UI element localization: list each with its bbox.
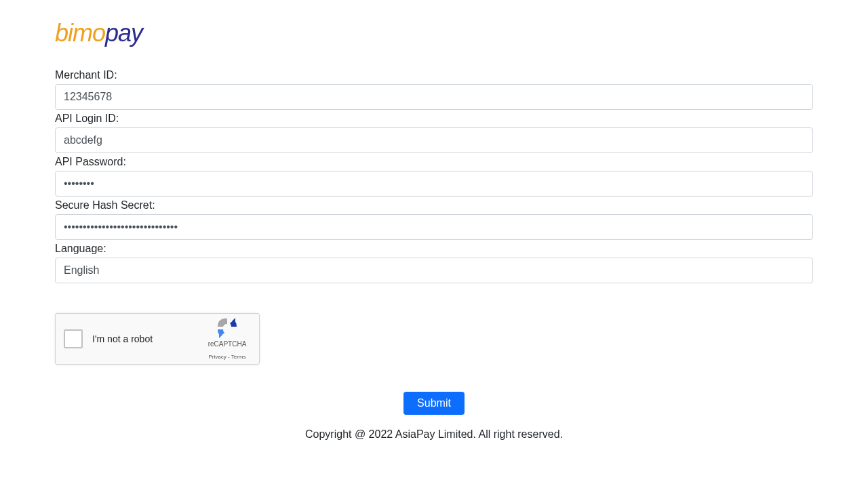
secure-hash-secret-input[interactable]: [55, 214, 813, 240]
recaptcha-icon: [216, 317, 238, 339]
submit-button[interactable]: Submit: [403, 392, 465, 415]
logo-part1: bimo: [55, 19, 105, 47]
footer-copyright: Copyright @ 2022 AsiaPay Limited. All ri…: [55, 428, 813, 441]
api-login-id-input[interactable]: [55, 127, 813, 153]
language-select[interactable]: English: [55, 258, 813, 283]
recaptcha-terms-link[interactable]: Terms: [231, 354, 246, 360]
merchant-id-label: Merchant ID:: [55, 69, 813, 81]
recaptcha-brand: reCAPTCHA: [203, 340, 251, 348]
merchant-id-input[interactable]: [55, 84, 813, 110]
language-label: Language:: [55, 243, 813, 255]
recaptcha-label: I'm not a robot: [92, 333, 203, 344]
recaptcha-privacy-link[interactable]: Privacy: [209, 354, 226, 360]
secure-hash-secret-label: Secure Hash Secret:: [55, 199, 813, 211]
api-password-input[interactable]: [55, 171, 813, 197]
api-password-label: API Password:: [55, 156, 813, 168]
api-login-id-label: API Login ID:: [55, 113, 813, 125]
recaptcha-widget: I'm not a robot reCAPTCHA Privacy - Term…: [55, 313, 260, 365]
logo-part2: pay: [105, 19, 142, 47]
logo: bimopay: [55, 19, 813, 47]
recaptcha-checkbox[interactable]: [64, 329, 83, 348]
